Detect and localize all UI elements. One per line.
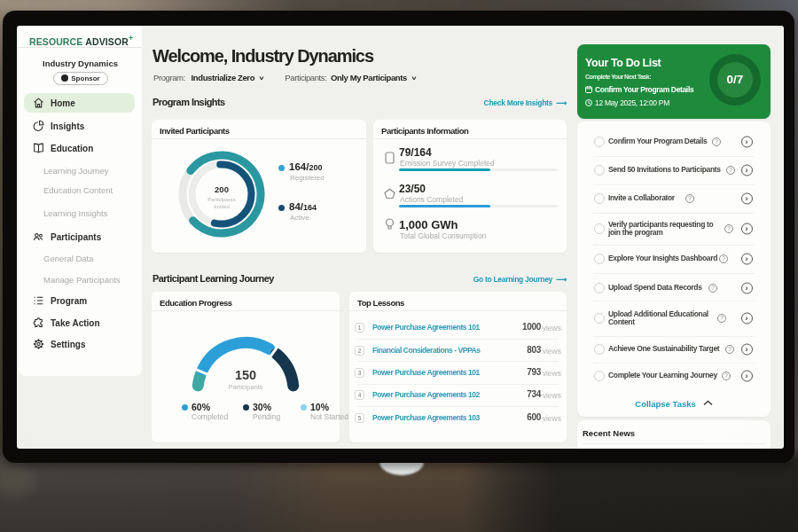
svg-text:Invited: Invited	[214, 204, 230, 209]
svg-text:Participants: Participants	[207, 197, 235, 202]
svg-text:200: 200	[215, 184, 229, 194]
